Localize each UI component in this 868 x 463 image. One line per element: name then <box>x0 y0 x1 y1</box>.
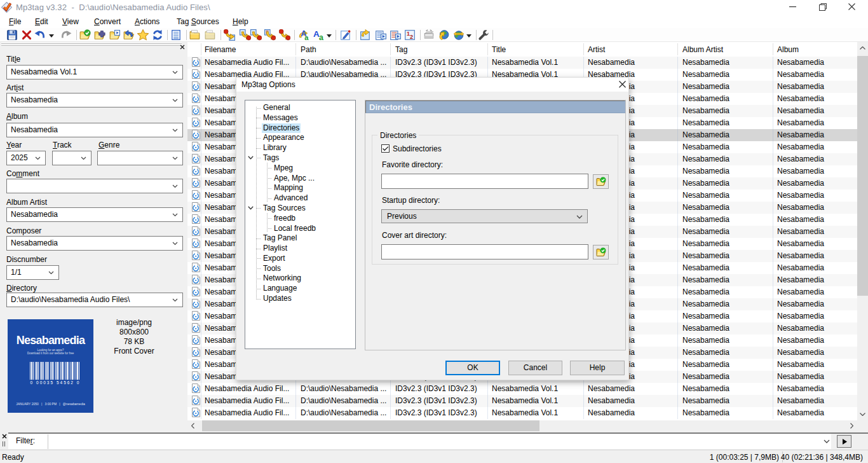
svg-text:a: a <box>319 33 323 41</box>
svg-text:a: a <box>304 34 309 41</box>
svg-text:2: 2 <box>410 34 413 40</box>
